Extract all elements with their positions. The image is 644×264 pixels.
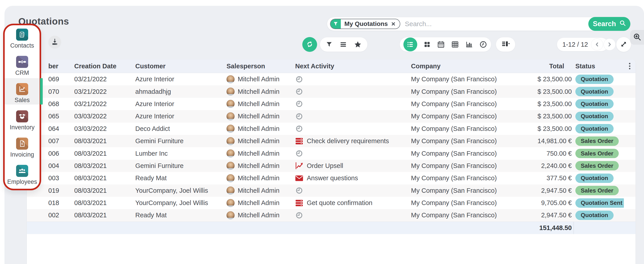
table-row[interactable]: 065 03/03/2022 Azure Interior Mitchell A… <box>27 110 636 122</box>
cell-total: $ 23,500.00 <box>505 98 574 110</box>
cell-next-activity[interactable] <box>293 185 409 197</box>
cell-next-activity[interactable]: Order Upsell <box>293 160 409 172</box>
calendar-view-icon[interactable] <box>437 40 445 48</box>
cell-salesperson: Mitchell Admin <box>225 147 293 159</box>
status-badge: Quotation <box>575 112 614 121</box>
sales-app-icon <box>16 83 28 95</box>
cell-next-activity[interactable] <box>293 73 409 85</box>
table-row[interactable]: 064 03/03/2022 Deco Addict Mitchell Admi… <box>27 123 636 135</box>
column-options-dots-icon[interactable] <box>624 62 636 70</box>
table-row[interactable]: 019 08/03/2021 YourCompany, Joel Willis … <box>27 185 636 197</box>
cell-customer: YourCompany, Joel Willis <box>133 197 225 209</box>
cell-next-activity[interactable]: Get quote confirmation <box>293 197 409 209</box>
sidebar-item-employees[interactable]: Employees <box>5 165 40 185</box>
expand-button[interactable] <box>616 37 631 52</box>
cell-salesperson: Mitchell Admin <box>225 85 293 98</box>
activity-clock-icon <box>295 149 303 157</box>
status-badge: Sales Order <box>575 149 619 158</box>
sidebar-item-inventory[interactable]: Inventory <box>5 110 40 131</box>
pager-next-button[interactable] <box>604 38 616 50</box>
favorites-star-icon[interactable] <box>354 41 362 48</box>
download-icon <box>51 38 58 46</box>
refresh-icon <box>305 39 314 50</box>
cell-next-activity[interactable] <box>293 110 409 122</box>
filters-icon[interactable] <box>326 41 332 48</box>
header-customer[interactable]: Customer <box>133 62 225 70</box>
filter-chip-my-quotations[interactable]: My Quotations <box>330 19 400 29</box>
status-badge: Quotation <box>575 174 614 183</box>
table-row[interactable]: 007 08/03/2021 Gemini Furniture Mitchell… <box>27 135 636 147</box>
table-row[interactable]: 004 08/03/2021 Gemini Furniture Mitchell… <box>27 160 636 172</box>
cell-customer: ahmadadhjg <box>133 85 225 98</box>
salesperson-name: Mitchell Admin <box>238 100 280 108</box>
salesperson-name: Mitchell Admin <box>238 187 280 194</box>
kanban-view-icon[interactable] <box>423 41 431 48</box>
remove-filter-icon[interactable] <box>390 19 400 28</box>
activity-clock-icon <box>295 100 303 108</box>
status-badge: Quotation <box>575 75 614 84</box>
cell-customer: Azure Interior <box>133 98 225 110</box>
cell-total: $ 23,500.00 <box>505 110 574 122</box>
graph-view-icon[interactable] <box>465 40 473 48</box>
cell-next-activity[interactable]: Check delivery requirements <box>293 135 409 147</box>
list-view-button-active[interactable] <box>404 37 417 51</box>
cell-creation-date: 08/03/2021 <box>69 135 133 147</box>
sidebar-item-crm[interactable]: CRM <box>5 56 40 76</box>
salesperson-avatar <box>226 112 234 120</box>
header-status[interactable]: Status <box>574 62 624 70</box>
download-button[interactable] <box>48 36 61 48</box>
cell-company: My Company (San Francisco) <box>409 123 505 135</box>
activity-view-icon[interactable] <box>479 40 487 48</box>
sidebar-item-sales[interactable]: Sales <box>5 83 40 104</box>
salesperson-name: Mitchell Admin <box>238 75 280 83</box>
header-company[interactable]: Company <box>409 62 505 70</box>
footer-total: 151,448.50 <box>505 224 574 232</box>
table-row[interactable]: 018 08/03/2021 YourCompany, Joel Willis … <box>27 197 636 209</box>
cell-next-activity[interactable] <box>293 147 409 159</box>
sidebar-label: CRM <box>15 69 29 76</box>
salesperson-avatar <box>226 187 234 195</box>
header-salesperson[interactable]: Salesperson <box>225 62 293 70</box>
table-row[interactable]: 006 08/03/2021 Lumber Inc Mitchell Admin… <box>27 147 636 159</box>
activity-mail-icon <box>295 175 303 181</box>
table-row[interactable]: 070 03/21/2022 ahmadadhjg Mitchell Admin… <box>27 85 636 98</box>
cell-total: $ 23,500.00 <box>505 73 574 85</box>
table-row[interactable]: 068 03/21/2022 Azure Interior Mitchell A… <box>27 98 636 110</box>
table-row[interactable]: 002 08/03/2021 Ready Mat Mitchell Admin … <box>27 209 636 221</box>
cell-status: Sales Order <box>574 185 624 197</box>
cell-next-activity[interactable]: Answer questions <box>293 172 409 184</box>
table-row[interactable]: 003 08/03/2021 Ready Mat Mitchell Admin … <box>27 172 636 184</box>
status-badge: Quotation <box>575 99 614 109</box>
cell-creation-date: 08/03/2021 <box>69 160 133 172</box>
cell-next-activity[interactable] <box>293 123 409 135</box>
sidebar-item-invoicing[interactable]: $ Invoicing <box>5 138 40 158</box>
refresh-button[interactable] <box>302 37 317 52</box>
cell-next-activity[interactable] <box>293 209 409 221</box>
zoom-in-tab[interactable] <box>630 30 644 45</box>
cell-next-activity[interactable] <box>293 98 409 110</box>
activity-clock-icon <box>295 112 303 120</box>
cell-status: Quotation <box>574 73 624 85</box>
column-layout-icon <box>501 40 510 49</box>
sidebar-label: Inventory <box>10 124 34 131</box>
search-button[interactable]: Search <box>588 17 630 31</box>
salesperson-name: Mitchell Admin <box>238 212 280 219</box>
status-badge: Quotation <box>575 211 614 220</box>
activity-label: Get quote confirmation <box>307 199 372 207</box>
cell-customer: YourCompany, Joel Willis <box>133 185 225 197</box>
pager-previous-button[interactable] <box>591 38 603 50</box>
status-badge: Quotation <box>575 87 614 96</box>
employees-app-icon <box>16 165 28 177</box>
sidebar-item-contacts[interactable]: Contacts <box>5 28 40 49</box>
pivot-view-icon[interactable] <box>451 40 459 48</box>
table-row[interactable]: 069 03/21/2022 Azure Interior Mitchell A… <box>27 73 636 85</box>
group-by-icon[interactable] <box>340 41 347 48</box>
header-next-activity[interactable]: Next Activity <box>293 62 409 70</box>
header-total[interactable]: Total <box>505 62 574 70</box>
column-layout-button[interactable] <box>496 37 516 52</box>
header-creation-date[interactable]: Creation Date <box>69 62 133 70</box>
search-button-label: Search <box>593 20 616 28</box>
cell-creation-date: 08/03/2021 <box>69 147 133 159</box>
salesperson-avatar <box>226 174 234 182</box>
cell-next-activity[interactable] <box>293 85 409 98</box>
